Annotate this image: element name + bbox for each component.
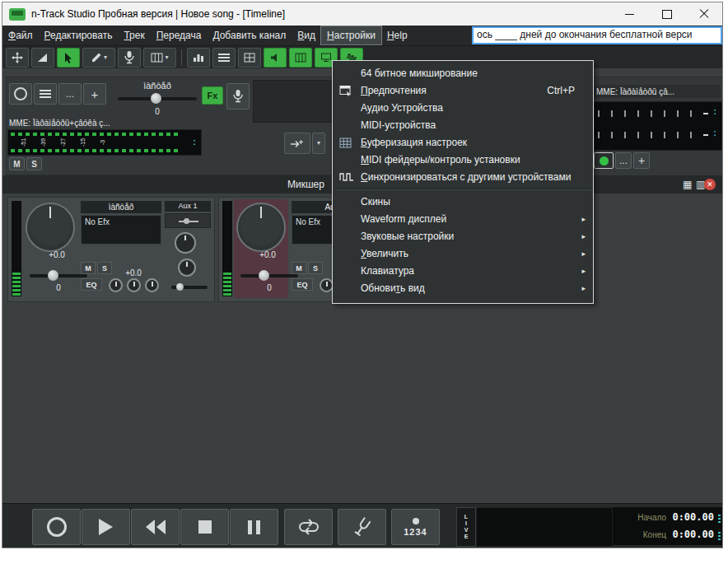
list-view-button[interactable] bbox=[212, 48, 236, 68]
rewind-button[interactable] bbox=[131, 509, 180, 545]
menu-transfer[interactable]: Передача bbox=[151, 26, 208, 44]
pause-button[interactable] bbox=[230, 509, 278, 545]
slider-thumb[interactable] bbox=[48, 270, 58, 281]
microphone-icon bbox=[124, 50, 134, 65]
record-arm-button[interactable] bbox=[9, 83, 32, 105]
slider-thumb[interactable] bbox=[176, 283, 184, 291]
eq-knob-high[interactable] bbox=[145, 278, 159, 292]
output-add-button[interactable]: + bbox=[633, 152, 650, 169]
pan-tool-button[interactable] bbox=[6, 48, 29, 68]
slider-thumb[interactable] bbox=[151, 93, 161, 104]
output-more-button[interactable]: ... bbox=[615, 152, 632, 169]
settings-item-64bit-mixing[interactable]: 64 битное микширование bbox=[333, 65, 593, 82]
meter-view-button[interactable] bbox=[187, 48, 210, 68]
fade-tool-button[interactable] bbox=[31, 48, 54, 68]
meter-ticks-bottom bbox=[11, 149, 180, 152]
start-time-label: Начало bbox=[617, 513, 666, 522]
meter-scale-label: -27 bbox=[60, 138, 66, 147]
volume-knob[interactable] bbox=[236, 203, 286, 252]
menu-file[interactable]: Файл bbox=[2, 26, 39, 44]
playback-enable-button[interactable] bbox=[594, 152, 614, 169]
keyboard-tool-button[interactable]: ▾ bbox=[143, 48, 176, 68]
monitor-icon bbox=[320, 53, 332, 63]
settings-item-refresh-view[interactable]: Обновить вид ▸ bbox=[333, 280, 593, 297]
menu-view[interactable]: Вид bbox=[292, 26, 321, 44]
arrow-tool-button[interactable] bbox=[57, 48, 80, 68]
aux-send-label: Aux 1 bbox=[165, 201, 211, 212]
settings-item-midi-faders[interactable]: MIDI фейдеры/контроль установки bbox=[333, 151, 593, 169]
start-time-row: Начало 0:00.00 bbox=[613, 510, 722, 525]
list-icon bbox=[218, 54, 230, 62]
eq-button[interactable]: EQ bbox=[81, 278, 102, 291]
menu-edit[interactable]: Редактировать bbox=[39, 26, 119, 44]
settings-item-audio-settings[interactable]: Звуковые настройки ▸ bbox=[333, 228, 593, 245]
settings-item-zoom[interactable]: Увеличить ▸ bbox=[333, 245, 593, 263]
settings-item-audio-devices[interactable]: Аудио Устройства bbox=[333, 100, 593, 117]
settings-item-midi-devices[interactable]: MIDI-устройства bbox=[333, 117, 593, 134]
end-time-value[interactable]: 0:00.00 bbox=[668, 529, 714, 540]
settings-item-sync[interactable]: Синхронизироваться с другими устройствам… bbox=[333, 169, 593, 186]
menu-settings[interactable]: Настройки bbox=[321, 26, 381, 44]
solo-button[interactable]: S bbox=[26, 157, 42, 170]
menu-add-channel[interactable]: Добавить канал bbox=[207, 26, 292, 44]
aux-send-icon[interactable] bbox=[165, 213, 211, 228]
menu-track[interactable]: Трек bbox=[118, 26, 150, 44]
monitor-route-button[interactable] bbox=[284, 133, 310, 154]
start-time-value[interactable]: 0:00.00 bbox=[668, 511, 714, 523]
slider-thumb[interactable] bbox=[259, 270, 269, 281]
add-track-button[interactable]: + bbox=[83, 83, 106, 105]
live-indicator[interactable]: LIVE bbox=[456, 507, 476, 547]
eq-knob-low[interactable] bbox=[109, 278, 123, 292]
settings-item-keyboard[interactable]: Клавиатура ▸ bbox=[333, 263, 593, 280]
track-more-button[interactable]: ... bbox=[58, 83, 82, 105]
monitor-route-dropdown[interactable]: ▾ bbox=[312, 133, 325, 154]
close-button[interactable] bbox=[685, 2, 722, 26]
close-icon bbox=[699, 9, 709, 19]
mixer-close-icon[interactable] bbox=[704, 179, 716, 190]
volume-knob[interactable] bbox=[26, 203, 75, 252]
mixer-toggle-button[interactable] bbox=[264, 48, 287, 68]
fx-button[interactable]: Fx bbox=[202, 86, 223, 105]
solo-button[interactable]: S bbox=[97, 262, 112, 274]
eq-knob-mid[interactable] bbox=[127, 278, 141, 292]
aux-knob[interactable] bbox=[178, 259, 196, 277]
menu-item-label: Waveform дисплей bbox=[361, 213, 446, 225]
meter-mark bbox=[703, 113, 708, 114]
settings-item-buffering[interactable]: Буферизация настроек bbox=[333, 134, 593, 151]
volume-fader[interactable] bbox=[30, 270, 87, 282]
settings-item-preferences[interactable]: Предпочтения Ctrl+P bbox=[333, 82, 593, 100]
keyboard-toggle-button[interactable] bbox=[289, 48, 312, 68]
record-source-button[interactable] bbox=[118, 48, 141, 68]
menu-item-label: Обновить вид bbox=[361, 282, 425, 294]
master-volume-slider[interactable] bbox=[118, 93, 197, 105]
volume-fader[interactable] bbox=[240, 270, 298, 282]
menu-item-shortcut: Ctrl+P bbox=[547, 82, 575, 100]
settings-item-skins[interactable]: Скины bbox=[333, 193, 593, 211]
maximize-button[interactable] bbox=[648, 2, 685, 26]
mute-button[interactable]: M bbox=[9, 157, 25, 170]
aux-mini-fader[interactable] bbox=[171, 282, 208, 291]
cursor-icon bbox=[63, 52, 74, 64]
pan-knob[interactable] bbox=[175, 232, 196, 254]
metronome-button[interactable]: 1234 bbox=[391, 509, 440, 545]
draw-tool-button[interactable]: ▾ bbox=[82, 48, 115, 68]
grid-icon bbox=[244, 53, 255, 63]
effects-slot[interactable]: No Efx bbox=[81, 215, 161, 245]
solo-button[interactable]: S bbox=[308, 262, 323, 274]
loop-button[interactable] bbox=[284, 509, 333, 545]
mic-monitor-button[interactable] bbox=[226, 83, 250, 110]
stop-button[interactable] bbox=[180, 509, 229, 545]
play-button[interactable] bbox=[82, 509, 130, 545]
track-list-button[interactable] bbox=[34, 83, 57, 105]
mixer-strip-master: ìàñòåð Aux 1 No Efx +0.0 M S +0.0 0 EQ bbox=[7, 197, 215, 302]
minimize-button[interactable] bbox=[611, 2, 648, 26]
live-label: LIVE bbox=[464, 514, 469, 540]
eq-button[interactable]: EQ bbox=[292, 278, 313, 291]
tuner-button[interactable] bbox=[338, 509, 386, 545]
menu-help[interactable]: Help bbox=[381, 26, 413, 44]
record-button[interactable] bbox=[32, 509, 81, 545]
mixer-grid-icon[interactable]: ▦ bbox=[683, 179, 692, 190]
settings-item-waveform-display[interactable]: Waveform дисплей ▸ bbox=[333, 211, 593, 228]
submenu-arrow-icon: ▸ bbox=[581, 245, 586, 263]
grid-view-button[interactable] bbox=[238, 48, 261, 68]
